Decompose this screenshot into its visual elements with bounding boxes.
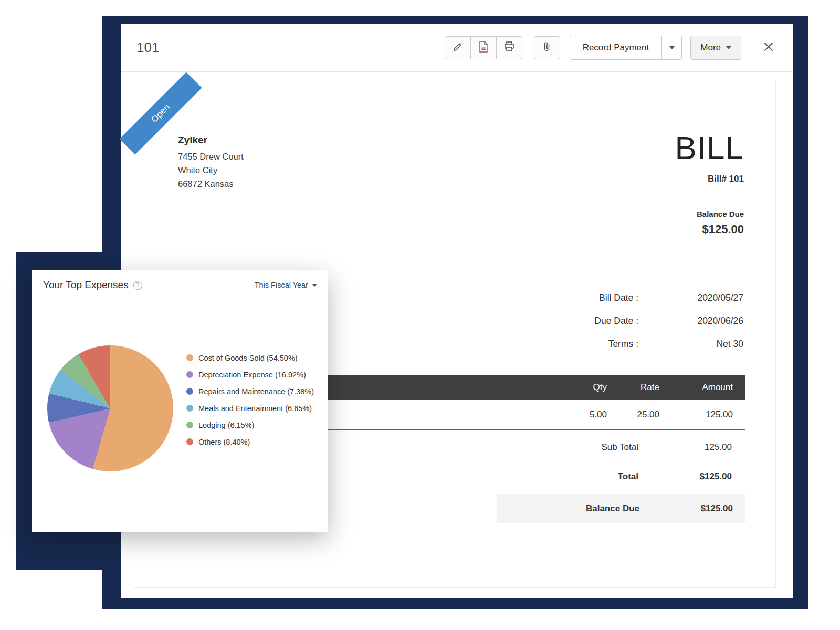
document-actions-group: PDF <box>445 36 522 59</box>
terms-label: Terms : <box>470 339 638 350</box>
period-selector[interactable]: This Fiscal Year <box>255 281 317 289</box>
bill-header-block: BILL Bill# 101 Balance Due $125.00 <box>675 132 744 236</box>
due-date-label: Due Date : <box>470 316 638 327</box>
expenses-legend: Cost of Goods Sold (54.50%) Depreciation… <box>186 352 314 453</box>
vendor-block: Zylker 7455 Drew Court White City 66872 … <box>178 134 244 191</box>
balance-due-row-label: Balance Due <box>497 503 639 514</box>
total-row: Total $125.00 <box>459 471 732 482</box>
legend-item: Lodging (6.15%) <box>186 419 314 430</box>
vendor-address-line: White City <box>178 163 244 177</box>
legend-label: Meals and Entertainment (6.65%) <box>198 404 312 413</box>
terms-row: Terms : Net 30 <box>470 339 743 350</box>
item-qty-cell: 5.00 <box>544 410 607 420</box>
balance-due-row: Balance Due $125.00 <box>497 494 746 523</box>
table-header-rate: Rate <box>607 382 659 393</box>
terms-value: Net 30 <box>638 339 743 350</box>
pdf-file-icon: PDF <box>479 41 488 54</box>
pencil-icon <box>453 41 463 54</box>
pdf-button[interactable]: PDF <box>470 36 497 59</box>
legend-dot <box>186 354 193 361</box>
svg-text:PDF: PDF <box>481 47 486 50</box>
balance-due-row-value: $125.00 <box>639 503 733 514</box>
table-header-amount: Amount <box>659 382 733 393</box>
chevron-down-icon <box>312 284 317 287</box>
legend-dot <box>186 388 193 395</box>
sub-total-row: Sub Total 125.00 <box>459 442 732 453</box>
table-header-qty: Qty <box>544 382 607 393</box>
record-payment-label[interactable]: Record Payment <box>570 36 662 59</box>
legend-dot <box>186 371 193 378</box>
balance-due-amount: $125.00 <box>675 223 744 236</box>
total-label: Total <box>459 471 638 482</box>
bill-title: 101 <box>136 39 159 56</box>
attachment-button[interactable] <box>534 36 560 59</box>
expenses-pie-chart[interactable] <box>47 345 173 471</box>
legend-dot <box>186 438 193 445</box>
chevron-down-icon <box>669 46 675 49</box>
legend-item: Repairs and Maintenance (7.38%) <box>186 386 314 397</box>
screenshot-canvas: 101 PDF <box>0 0 840 630</box>
legend-dot <box>186 405 193 412</box>
more-label: More <box>700 43 721 53</box>
record-payment-dropdown[interactable] <box>662 36 681 59</box>
item-amount-cell: 125.00 <box>659 410 733 420</box>
item-rate-cell: 25.00 <box>607 410 659 420</box>
due-date-value: 2020/06/26 <box>638 316 743 327</box>
balance-due-label: Balance Due <box>675 209 744 218</box>
legend-label: Cost of Goods Sold (54.50%) <box>198 354 298 362</box>
bill-date-row: Bill Date : 2020/05/27 <box>470 292 743 303</box>
bill-meta: Bill Date : 2020/05/27 Due Date : 2020/0… <box>470 292 743 362</box>
help-icon[interactable]: ? <box>133 281 142 290</box>
bill-toolbar: 101 PDF <box>121 24 793 72</box>
legend-item: Cost of Goods Sold (54.50%) <box>186 352 314 363</box>
bill-date-label: Bill Date : <box>470 292 638 303</box>
printer-icon <box>503 41 515 54</box>
chevron-down-icon <box>726 46 731 49</box>
sub-total-value: 125.00 <box>638 442 732 453</box>
paperclip-icon <box>542 41 552 54</box>
top-expenses-card: Your Top Expenses ? This Fiscal Year Cos… <box>32 270 328 532</box>
edit-button[interactable] <box>445 36 471 59</box>
legend-label: Repairs and Maintenance (7.38%) <box>198 387 314 396</box>
legend-item: Depreciation Expense (16.92%) <box>186 369 314 380</box>
bill-number: Bill# 101 <box>675 174 744 184</box>
legend-label: Lodging (6.15%) <box>198 421 254 429</box>
period-label: This Fiscal Year <box>255 281 308 289</box>
print-button[interactable] <box>496 36 522 59</box>
total-value: $125.00 <box>638 471 732 482</box>
legend-item: Others (8.40%) <box>186 436 314 447</box>
due-date-row: Due Date : 2020/06/26 <box>470 316 743 327</box>
bill-date-value: 2020/05/27 <box>638 292 743 303</box>
sub-total-label: Sub Total <box>459 442 638 453</box>
top-expenses-title: Your Top Expenses <box>43 279 129 291</box>
document-type-title: BILL <box>675 132 744 164</box>
legend-item: Meals and Entertainment (6.65%) <box>186 403 314 414</box>
record-payment-button[interactable]: Record Payment <box>570 36 682 60</box>
vendor-name: Zylker <box>178 134 244 146</box>
legend-dot <box>186 422 193 428</box>
status-ribbon-label: Open <box>149 102 172 125</box>
top-expenses-header: Your Top Expenses ? This Fiscal Year <box>32 270 328 300</box>
close-icon[interactable] <box>760 38 777 57</box>
vendor-address-line: 66872 Kansas <box>178 177 244 191</box>
vendor-address-line: 7455 Drew Court <box>178 150 244 163</box>
legend-label: Depreciation Expense (16.92%) <box>198 371 306 379</box>
more-button[interactable]: More <box>690 36 741 60</box>
legend-label: Others (8.40%) <box>198 438 250 446</box>
